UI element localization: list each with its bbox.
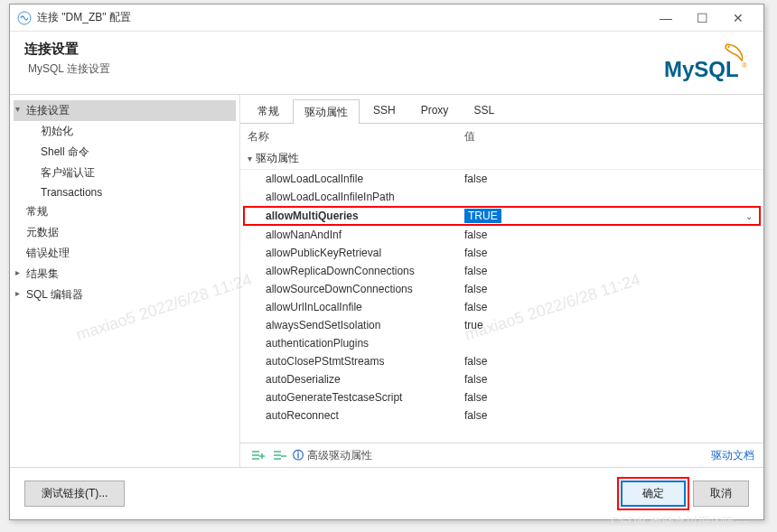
- prop-row[interactable]: allowNanAndInffalse: [240, 226, 763, 244]
- prop-name: allowReplicaDownConnections: [266, 265, 464, 277]
- test-connection-button[interactable]: 测试链接(T)...: [24, 481, 125, 507]
- sidebar-item-resultset[interactable]: ▸结果集: [14, 264, 236, 285]
- svg-text:MySQL: MySQL: [664, 57, 739, 81]
- prop-name: allowUrlInLocalInfile: [266, 301, 464, 313]
- dialog-body: ▾连接设置 初始化 Shell 命令 客户端认证 Transactions 常规…: [10, 94, 763, 467]
- props-root[interactable]: ▾驱动属性: [240, 148, 763, 169]
- prop-row[interactable]: autoGenerateTestcaseScriptfalse: [240, 388, 763, 406]
- mysql-logo: MySQL ®: [650, 41, 749, 87]
- advanced-props-link[interactable]: ⓘ高级驱动属性: [293, 448, 372, 463]
- prop-name: authenticationPlugins: [266, 337, 464, 350]
- prop-row[interactable]: alwaysSendSetIsolationtrue: [240, 316, 763, 334]
- minimize-button[interactable]: —: [648, 5, 684, 31]
- page-subtitle: MySQL 连接设置: [24, 61, 650, 77]
- titlebar: 连接 "DM_ZB" 配置 — ☐ ✕: [10, 5, 763, 32]
- prop-name: allowMultiQueries: [266, 210, 464, 222]
- prop-value[interactable]: false: [464, 373, 754, 386]
- close-button[interactable]: ✕: [720, 5, 756, 31]
- prop-row[interactable]: allowLoadLocalInfilefalse: [240, 170, 763, 188]
- tab-ssl[interactable]: SSL: [462, 98, 506, 123]
- col-name: 名称: [248, 129, 464, 145]
- sidebar-item-shell[interactable]: Shell 命令: [14, 142, 236, 163]
- prop-name: autoReconnect: [266, 409, 464, 422]
- table-header: 名称 值: [240, 124, 763, 148]
- prop-row[interactable]: allowPublicKeyRetrievalfalse: [240, 244, 763, 262]
- sidebar: ▾连接设置 初始化 Shell 命令 客户端认证 Transactions 常规…: [10, 95, 240, 467]
- csdn-watermark: CSDN @晓之以理的喵~~: [611, 514, 750, 530]
- props-toolbar: ⓘ高级驱动属性 驱动文档: [240, 443, 763, 467]
- prop-name: allowNanAndInf: [266, 229, 464, 241]
- remove-icon[interactable]: [271, 447, 287, 463]
- prop-value[interactable]: TRUE: [464, 209, 501, 223]
- prop-name: autoDeserialize: [266, 373, 464, 386]
- sidebar-item-init[interactable]: 初始化: [14, 121, 236, 142]
- prop-value[interactable]: false: [464, 247, 754, 259]
- tab-driver-props[interactable]: 驱动属性: [293, 99, 360, 124]
- prop-value[interactable]: false: [464, 301, 754, 313]
- tabs: 常规 驱动属性 SSH Proxy SSL: [240, 95, 763, 124]
- prop-value[interactable]: true: [464, 319, 754, 331]
- prop-row[interactable]: allowReplicaDownConnectionsfalse: [240, 262, 763, 280]
- tab-ssh[interactable]: SSH: [361, 98, 407, 123]
- add-icon[interactable]: [249, 447, 266, 463]
- sidebar-item-error-handling[interactable]: 错误处理: [14, 243, 236, 264]
- prop-value[interactable]: false: [464, 283, 754, 295]
- props-list[interactable]: allowLoadLocalInfilefalseallowLoadLocalI…: [240, 169, 763, 443]
- sidebar-item-connection-settings[interactable]: ▾连接设置: [14, 100, 236, 121]
- prop-row[interactable]: autoReconnectfalse: [240, 406, 763, 425]
- prop-name: autoClosePStmtStreams: [266, 355, 464, 368]
- prop-row[interactable]: allowUrlInLocalInfilefalse: [240, 298, 763, 316]
- info-icon: ⓘ: [293, 448, 304, 463]
- main-panel: 常规 驱动属性 SSH Proxy SSL 名称 值 ▾驱动属性 allowLo…: [240, 95, 763, 467]
- prop-row[interactable]: allowLoadLocalInfileInPath: [240, 188, 763, 206]
- tab-proxy[interactable]: Proxy: [409, 98, 461, 123]
- cancel-button[interactable]: 取消: [693, 481, 749, 507]
- dialog-window: 连接 "DM_ZB" 配置 — ☐ ✕ 连接设置 MySQL 连接设置 MySQ…: [9, 4, 764, 520]
- prop-row[interactable]: allowMultiQueriesTRUE⌄: [244, 207, 760, 225]
- chevron-down-icon[interactable]: ⌄: [745, 211, 753, 221]
- button-bar: 测试链接(T)... 确定 取消: [10, 467, 763, 519]
- prop-name: allowSourceDownConnections: [266, 283, 464, 295]
- prop-row[interactable]: autoDeserializefalse: [240, 370, 763, 388]
- prop-value[interactable]: false: [464, 173, 754, 185]
- driver-doc-link[interactable]: 驱动文档: [711, 448, 754, 463]
- prop-name: allowPublicKeyRetrieval: [266, 247, 464, 259]
- sidebar-item-metadata[interactable]: 元数据: [14, 222, 236, 243]
- prop-value[interactable]: false: [464, 391, 754, 404]
- prop-row[interactable]: allowSourceDownConnectionsfalse: [240, 280, 763, 298]
- prop-value[interactable]: false: [464, 229, 754, 241]
- prop-value[interactable]: false: [464, 265, 754, 277]
- app-icon: [17, 11, 32, 25]
- sidebar-item-general[interactable]: 常规: [14, 201, 236, 222]
- col-value: 值: [464, 129, 756, 145]
- sidebar-item-transactions[interactable]: Transactions: [14, 183, 236, 201]
- header: 连接设置 MySQL 连接设置 MySQL ®: [10, 32, 763, 94]
- prop-name: allowLoadLocalInfile: [266, 173, 464, 185]
- ok-button[interactable]: 确定: [621, 481, 686, 507]
- page-title: 连接设置: [24, 41, 650, 58]
- svg-text:®: ®: [742, 61, 747, 70]
- window-title: 连接 "DM_ZB" 配置: [37, 10, 648, 25]
- window-controls: — ☐ ✕: [648, 5, 756, 31]
- sidebar-item-sql-editor[interactable]: ▸SQL 编辑器: [14, 285, 236, 305]
- prop-row[interactable]: autoClosePStmtStreamsfalse: [240, 352, 763, 370]
- prop-row[interactable]: authenticationPlugins: [240, 334, 763, 352]
- prop-name: autoGenerateTestcaseScript: [266, 391, 464, 404]
- sidebar-item-client-auth[interactable]: 客户端认证: [14, 163, 236, 183]
- tab-general[interactable]: 常规: [246, 98, 291, 123]
- prop-value[interactable]: false: [464, 355, 754, 368]
- prop-name: allowLoadLocalInfileInPath: [266, 191, 464, 203]
- prop-value[interactable]: false: [464, 409, 754, 422]
- maximize-button[interactable]: ☐: [684, 5, 720, 31]
- prop-name: alwaysSendSetIsolation: [266, 319, 464, 331]
